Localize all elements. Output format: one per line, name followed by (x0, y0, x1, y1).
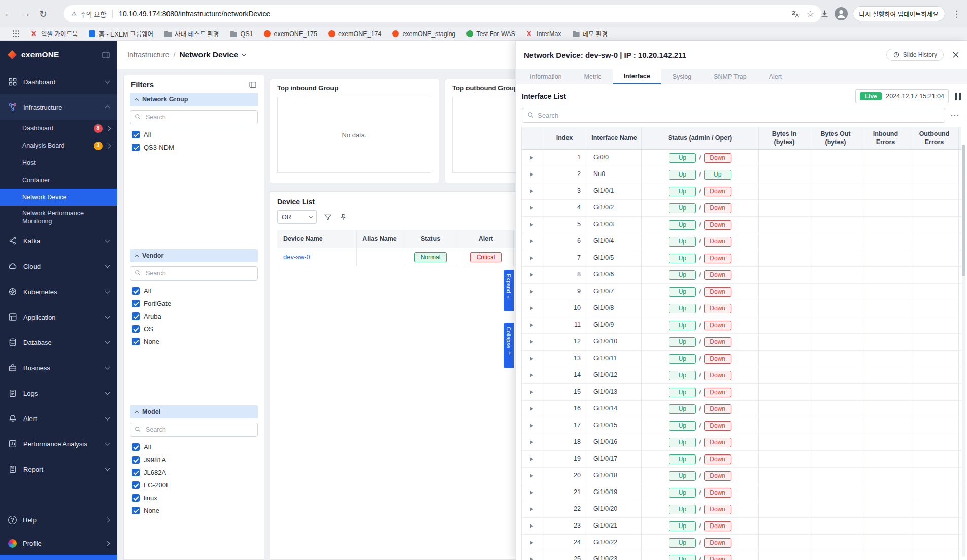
filter-checkbox-row[interactable]: linux (124, 492, 264, 504)
checkbox-checked-icon[interactable] (132, 481, 140, 489)
interface-row[interactable]: 19 Gi1/0/17 Up / Down (522, 451, 961, 468)
sidebar-item-report[interactable]: Report (0, 457, 117, 482)
network-group-search-input[interactable] (130, 110, 258, 124)
filter-group-header[interactable]: Network Group (130, 93, 258, 106)
filter-group-header[interactable]: Vendor (130, 249, 258, 262)
model-search-input[interactable] (130, 423, 258, 437)
row-expander-icon[interactable] (530, 474, 533, 478)
back-icon[interactable]: ← (0, 8, 17, 19)
browser-menu-icon[interactable]: ⋮ (950, 9, 963, 19)
sidebar-item-cloud[interactable]: Cloud (0, 254, 117, 279)
panel-tab[interactable]: Metric (573, 69, 613, 84)
interface-row[interactable]: 10 Gi1/0/8 Up / Down (522, 300, 961, 317)
interface-row[interactable]: 12 Gi1/0/10 Up / Down (522, 334, 961, 351)
panel-tab[interactable]: Information (519, 69, 573, 84)
filter-checkbox-row[interactable]: None (124, 335, 264, 348)
interface-row[interactable]: 22 Gi1/0/20 Up / Down (522, 501, 961, 518)
row-expander-icon[interactable] (530, 172, 533, 177)
row-expander-icon[interactable] (530, 390, 533, 394)
sidebar-item-business[interactable]: Business (0, 355, 117, 380)
pause-icon[interactable] (955, 93, 961, 100)
bookmark-item[interactable]: exemONE_175 (264, 30, 317, 38)
col-bytes-out[interactable]: Bytes Out (bytes) (810, 127, 861, 149)
address-bar[interactable]: ⚠ 주의 요함 10.10.49.174:8080/infrastructure… (64, 5, 821, 22)
interface-row[interactable]: 23 Gi1/0/21 Up / Down (522, 518, 961, 535)
interface-row[interactable]: 3 Gi1/0/1 Up / Down (522, 183, 961, 200)
panel-tab[interactable]: Alert (758, 69, 793, 84)
checkbox-checked-icon[interactable] (132, 144, 140, 151)
row-expander-icon[interactable] (530, 323, 533, 327)
panel-tab[interactable]: SNMP Trap (703, 69, 757, 84)
row-expander-icon[interactable] (530, 290, 533, 294)
filter-checkbox-row[interactable]: All (124, 441, 264, 453)
checkbox-checked-icon[interactable] (132, 312, 140, 320)
filter-checkbox-row[interactable]: All (124, 128, 264, 141)
translate-icon[interactable] (791, 10, 799, 18)
sidebar-item-container[interactable]: Container (0, 171, 117, 189)
checkbox-checked-icon[interactable] (132, 300, 140, 307)
interface-row[interactable]: 8 Gi1/0/6 Up / Down (522, 267, 961, 284)
download-icon[interactable] (820, 9, 829, 19)
checkbox-checked-icon[interactable] (132, 507, 140, 514)
col-device-name[interactable]: Device Name (277, 230, 357, 248)
row-expander-icon[interactable] (530, 541, 533, 545)
collapse-tab[interactable]: Collapse (504, 323, 514, 368)
filter-group-header[interactable]: Model (130, 405, 258, 418)
col-status[interactable]: Status (403, 230, 458, 248)
sidebar-item-infrastructure[interactable]: Infrastructure (0, 94, 117, 120)
col-inbound-errors[interactable]: Inbound Errors (861, 127, 910, 149)
filter-funnel-icon[interactable] (324, 213, 332, 221)
filter-operator-select[interactable]: OR (277, 210, 317, 224)
row-expander-icon[interactable] (530, 440, 533, 444)
interface-row[interactable]: 20 Gi1/0/18 Up / Down (522, 468, 961, 484)
bookmark-item[interactable]: exemONE_174 (328, 30, 381, 38)
forward-icon[interactable]: → (17, 8, 35, 19)
panel-tab[interactable]: Syslog (661, 69, 703, 84)
sidebar-item-alert[interactable]: Alert (0, 406, 117, 431)
filter-checkbox-row[interactable]: Aruba (124, 310, 264, 323)
row-expander-icon[interactable] (530, 273, 533, 277)
more-options-icon[interactable]: ⋯ (949, 110, 961, 121)
checkbox-checked-icon[interactable] (132, 325, 140, 333)
bookmark-item[interactable]: QS1 (230, 30, 253, 38)
security-chip[interactable]: ⚠ 주의 요함 (71, 9, 106, 19)
sidebar-item-profile[interactable]: Profile (0, 532, 117, 555)
interface-row[interactable]: 15 Gi1/0/13 Up / Down (522, 384, 961, 401)
row-expander-icon[interactable] (530, 357, 533, 361)
interface-row[interactable]: 21 Gi1/0/19 Up / Down (522, 484, 961, 501)
row-expander-icon[interactable] (530, 373, 533, 377)
interface-row[interactable]: 4 Gi1/0/2 Up / Down (522, 200, 961, 217)
filters-collapse-icon[interactable] (249, 81, 257, 89)
col-alert[interactable]: Alert (458, 230, 514, 248)
table-scrollbar[interactable] (962, 145, 965, 557)
sidebar-item-analysis-board[interactable]: Analysis Board 3 (0, 137, 117, 154)
interface-row[interactable]: 24 Gi1/0/22 Up / Down (522, 535, 961, 551)
interface-row[interactable]: 18 Gi1/0/16 Up / Down (522, 434, 961, 451)
row-expander-icon[interactable] (530, 239, 533, 243)
checkbox-checked-icon[interactable] (132, 469, 140, 476)
interface-row[interactable]: 14 Gi1/0/12 Up / Down (522, 367, 961, 384)
row-expander-icon[interactable] (530, 206, 533, 210)
sidebar-item-logs[interactable]: Logs (0, 380, 117, 406)
interface-row[interactable]: 11 Gi1/0/9 Up / Down (522, 317, 961, 334)
sidebar-item-performance-analysis[interactable]: Performance Analysis (0, 431, 117, 457)
bookmark-item[interactable]: 역셀 가이드북 (31, 29, 78, 39)
row-expander-icon[interactable] (530, 189, 533, 193)
row-expander-icon[interactable] (530, 524, 533, 528)
sidebar-item-infra-dashboard[interactable]: Dashboard 8 (0, 120, 117, 137)
row-expander-icon[interactable] (530, 424, 533, 428)
interface-row[interactable]: 1 Gi0/0 Up / Down (522, 150, 961, 166)
filter-checkbox-row[interactable]: QS3-NDM (124, 141, 264, 154)
interface-row[interactable]: 16 Gi1/0/14 Up / Down (522, 401, 961, 417)
bookmark-item[interactable]: InterMax (526, 30, 561, 38)
scrollbar-thumb[interactable] (962, 145, 965, 276)
filter-checkbox-row[interactable]: All (124, 285, 264, 297)
row-expander-icon[interactable] (530, 156, 533, 160)
slide-history-button[interactable]: Slide History (886, 49, 944, 61)
col-interface-name[interactable]: Interface Name (587, 127, 642, 149)
bookmark-item[interactable]: 데모 환경 (573, 29, 608, 39)
interface-row[interactable]: 25 Gi1/0/23 Up / Down (522, 551, 961, 560)
sidebar-item-kafka[interactable]: Kafka (0, 228, 117, 254)
row-expander-icon[interactable] (530, 223, 533, 227)
relaunch-update-button[interactable]: 다시 실행하여 업데이트하세요 (853, 6, 945, 21)
